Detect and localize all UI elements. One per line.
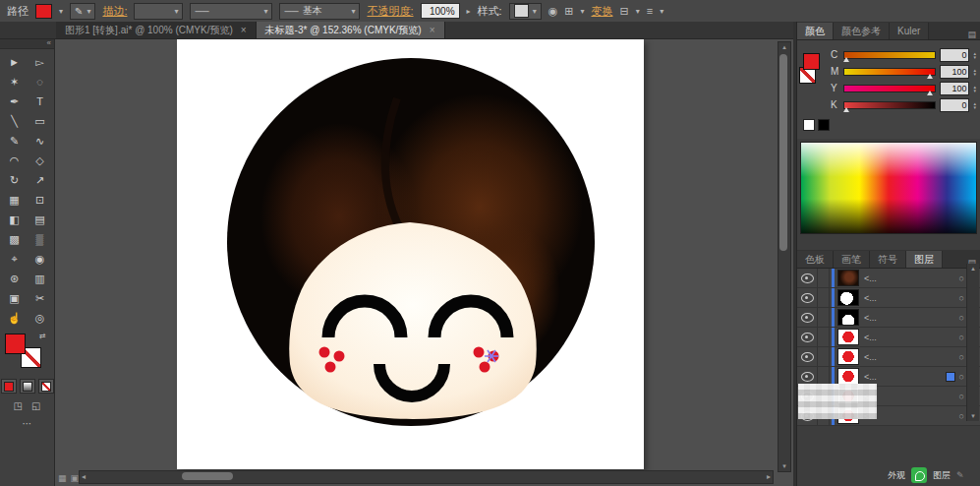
rotate-tool[interactable]: ↻ — [2, 170, 28, 190]
scale-tool[interactable]: ↗ — [28, 170, 53, 190]
color-panel-menu-icon[interactable]: ▤ — [963, 30, 980, 39]
layers-panel-tab-3[interactable]: 符号 — [870, 251, 906, 268]
type-tool[interactable]: T — [28, 91, 53, 111]
artboard-tool[interactable]: ▣ — [2, 288, 28, 308]
target-icon[interactable]: ○ — [959, 313, 964, 323]
layer-row-5[interactable]: <...○ — [797, 347, 980, 367]
channel-value-field[interactable]: 0 — [940, 98, 969, 112]
caret-down-icon[interactable]: ▾ — [660, 7, 663, 16]
eraser-tool[interactable]: ◇ — [28, 151, 53, 170]
layer-row-4[interactable]: <...○ — [797, 328, 980, 347]
white-swatch[interactable] — [803, 119, 815, 131]
blob-brush-tool[interactable]: ◠ — [2, 151, 28, 170]
layer-thumbnail[interactable] — [837, 289, 859, 306]
gradient-tool[interactable]: ▒ — [28, 229, 53, 249]
visibility-cell[interactable] — [797, 288, 818, 307]
color-mode-button[interactable] — [1, 379, 17, 394]
scroll-left-icon[interactable]: ◂ — [82, 472, 86, 481]
layer-name[interactable]: <... — [864, 313, 959, 323]
slider-marker[interactable] — [927, 91, 933, 95]
pen-tool[interactable]: ✒ — [2, 91, 28, 111]
caret-down-icon[interactable]: ▾ — [580, 7, 584, 16]
canvas-area[interactable]: ▴ ▾ ▦ ▣ ◂ ▸ — [55, 39, 793, 486]
line-tool[interactable]: ╲ — [2, 111, 28, 131]
draw-behind-icon[interactable]: ◱ — [31, 400, 40, 411]
layers-panel-tab-2[interactable]: 画笔 — [834, 251, 870, 268]
channel-value-field[interactable]: 100 — [940, 82, 969, 95]
mesh-tool[interactable]: ▩ — [2, 229, 28, 249]
stroke-label-link[interactable]: 描边: — [102, 4, 127, 19]
lock-cell[interactable] — [818, 347, 830, 366]
scroll-right-icon[interactable]: ▸ — [767, 472, 771, 481]
tools-collapse-button[interactable]: « — [0, 39, 54, 49]
layer-name[interactable]: <... — [864, 273, 959, 283]
layers-scroll-up-icon[interactable]: ▴ — [967, 265, 979, 273]
lock-cell[interactable] — [818, 269, 830, 287]
layer-row-1[interactable]: <...○ — [797, 269, 980, 288]
recolor-artwork-icon[interactable]: ◉ — [548, 5, 558, 18]
rectangle-tool[interactable]: ▭ — [28, 111, 53, 131]
target-icon[interactable]: ○ — [959, 411, 964, 421]
color-fill-proxy[interactable] — [803, 53, 820, 70]
target-icon[interactable]: ○ — [959, 333, 964, 342]
value-spinner[interactable]: ▴▾ — [973, 68, 976, 76]
spinner-down-icon[interactable]: ▾ — [973, 72, 976, 76]
panel-options-icon[interactable]: ≡ — [647, 5, 653, 17]
value-spinner[interactable]: ▴▾ — [973, 51, 976, 59]
fill-caret-icon[interactable]: ▾ — [59, 7, 63, 16]
width-profile-dropdown[interactable]: ── ▾ — [190, 3, 272, 20]
vertical-scroll-thumb[interactable] — [779, 54, 787, 251]
magic-wand-tool[interactable]: ✶ — [2, 72, 28, 91]
color-slider-track[interactable] — [843, 85, 936, 92]
opacity-value-field[interactable]: 100% — [421, 3, 460, 19]
target-icon[interactable]: ○ — [959, 273, 964, 283]
fill-proxy-swatch[interactable] — [5, 334, 26, 354]
scroll-up-icon[interactable]: ▴ — [778, 43, 790, 51]
target-icon[interactable]: ○ — [959, 293, 964, 303]
lock-cell[interactable] — [818, 328, 830, 346]
vertical-scrollbar[interactable]: ▴ ▾ — [778, 41, 791, 472]
lock-cell[interactable] — [818, 288, 830, 307]
color-slider-track[interactable] — [843, 101, 936, 109]
visibility-cell[interactable] — [797, 269, 818, 287]
transform-label-link[interactable]: 变换 — [591, 4, 612, 19]
layer-name[interactable]: <... — [864, 333, 959, 342]
horizontal-scrollbar[interactable]: ◂ ▸ — [79, 470, 774, 484]
layers-panel-tab-4[interactable]: 图层 — [906, 251, 943, 268]
layer-name[interactable]: <... — [864, 372, 946, 382]
lock-cell[interactable] — [818, 308, 830, 327]
paintbrush-tool[interactable]: ✎ — [2, 131, 28, 151]
spinner-down-icon[interactable]: ▾ — [973, 55, 976, 59]
layer-thumbnail[interactable] — [837, 368, 859, 385]
selection-tool[interactable]: ► — [2, 52, 28, 72]
draw-normal-icon[interactable]: ◳ — [14, 400, 23, 411]
slider-marker[interactable] — [843, 107, 849, 112]
visibility-cell[interactable] — [797, 347, 818, 366]
layer-thumbnail[interactable] — [837, 309, 859, 326]
tab-close-icon[interactable]: × — [430, 25, 435, 35]
value-spinner[interactable]: ▴▾ — [973, 101, 976, 109]
layers-scroll-down-icon[interactable]: ▾ — [967, 412, 979, 420]
tab-close-icon[interactable]: × — [241, 25, 247, 35]
free-transform-tool[interactable]: ⊡ — [28, 190, 53, 210]
layer-name[interactable]: <... — [864, 411, 959, 421]
layers-panel-tab-1[interactable]: 色板 — [797, 251, 834, 268]
brush-definition-dropdown[interactable]: ── 基本 ▾ — [279, 3, 360, 20]
slider-marker[interactable] — [843, 57, 849, 62]
fill-color-swatch[interactable] — [35, 4, 52, 19]
layer-name[interactable]: <... — [864, 293, 959, 303]
align-icon[interactable]: ⊟ — [619, 5, 628, 18]
pencil-tool[interactable]: ∿ — [28, 131, 53, 151]
black-swatch[interactable] — [818, 119, 830, 131]
eyedropper-tool[interactable]: ⌖ — [2, 249, 28, 269]
spinner-down-icon[interactable]: ▾ — [973, 105, 976, 109]
visibility-cell[interactable] — [797, 328, 818, 346]
color-panel-tab-3[interactable]: Kuler — [890, 23, 929, 39]
channel-value-field[interactable]: 0 — [940, 48, 969, 62]
color-spectrum[interactable] — [800, 142, 977, 234]
artboard[interactable] — [177, 39, 644, 469]
status-icon-1[interactable]: ▦ — [58, 473, 67, 483]
zoom-tool[interactable]: ◎ — [28, 308, 53, 328]
symbol-sprayer-tool[interactable]: ⊛ — [2, 269, 28, 288]
layer-name[interactable]: <... — [864, 352, 959, 362]
